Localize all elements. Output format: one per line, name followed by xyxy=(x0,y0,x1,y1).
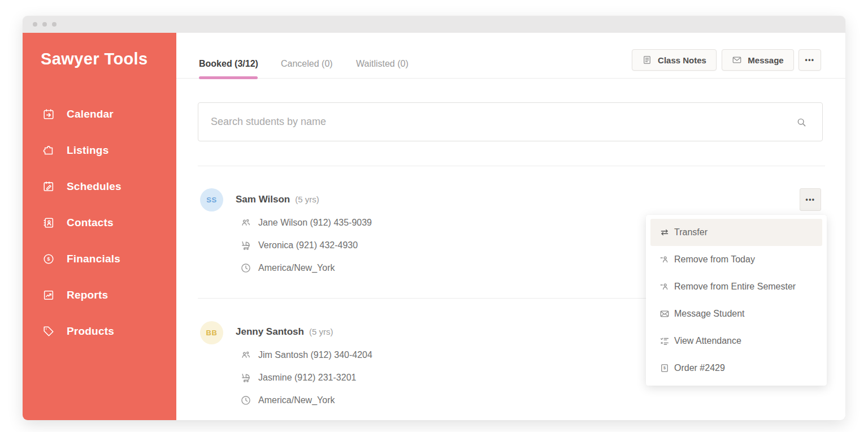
menu-item-message-student[interactable]: Message Student xyxy=(646,300,827,327)
row-context-menu: Transfer Remove from Today Remove from E… xyxy=(646,215,827,386)
sidebar-item-label: Calendar xyxy=(67,108,114,120)
edit-calendar-icon xyxy=(42,180,55,193)
stroller-icon xyxy=(240,240,251,251)
sidebar-item-contacts[interactable]: Contacts xyxy=(23,216,176,230)
guardians-icon xyxy=(240,217,251,228)
person-remove-icon xyxy=(659,254,670,265)
sidebar-item-label: Listings xyxy=(67,144,108,157)
app-window: Sawyer Tools Calendar Listings Schedules… xyxy=(23,16,845,420)
student-age: (5 yrs) xyxy=(309,327,333,336)
tab-waitlisted[interactable]: Waitlisted (0) xyxy=(356,59,409,69)
sidebar-item-financials[interactable]: $ Financials xyxy=(23,252,176,266)
sidebar-item-listings[interactable]: Listings xyxy=(23,144,176,157)
menu-item-remove-today[interactable]: Remove from Today xyxy=(646,246,827,273)
transfer-icon xyxy=(659,227,670,237)
menu-item-view-attendance[interactable]: View Attendance xyxy=(646,327,827,355)
envelope-icon xyxy=(659,309,670,319)
student-name-line: Sam Wilson (5 yrs) xyxy=(236,194,319,205)
student-name: Sam Wilson xyxy=(236,194,290,205)
menu-item-transfer[interactable]: Transfer xyxy=(650,219,822,246)
search-input[interactable] xyxy=(198,103,822,141)
timezone-line: America/New_York xyxy=(240,395,335,406)
sidebar-item-reports[interactable]: Reports xyxy=(23,288,176,302)
sidebar-item-label: Contacts xyxy=(67,217,114,229)
row-more-button[interactable]: ••• xyxy=(800,188,821,211)
dollar-circle-icon: $ xyxy=(42,253,55,265)
caregiver-line: Veronica (921) 432-4930 xyxy=(240,240,358,251)
menu-item-label: Remove from Entire Semester xyxy=(674,282,796,292)
sidebar-item-calendar[interactable]: Calendar xyxy=(23,107,176,121)
sidebar-nav: Calendar Listings Schedules Contacts $ F… xyxy=(23,107,176,361)
svg-text:$: $ xyxy=(47,256,50,262)
clock-icon xyxy=(240,395,251,406)
avatar: BB xyxy=(200,321,223,344)
window-dot[interactable] xyxy=(33,22,37,27)
caregiver-text: Veronica (921) 432-4930 xyxy=(258,240,358,250)
brand-logo: Sawyer Tools xyxy=(41,50,148,68)
guardian-line: Jane Wilson (912) 435-9039 xyxy=(240,217,372,228)
sidebar-item-products[interactable]: Products xyxy=(23,325,176,338)
search-box xyxy=(198,102,823,141)
sidebar-item-label: Financials xyxy=(67,253,120,265)
message-label: Message xyxy=(748,55,783,65)
avatar: SS xyxy=(200,188,223,211)
search-icon xyxy=(796,116,808,128)
window-dot[interactable] xyxy=(52,22,57,27)
menu-item-label: View Attendance xyxy=(674,336,741,346)
timezone-text: America/New_York xyxy=(258,263,335,273)
guardian-line: Jim Santosh (912) 340-4204 xyxy=(240,349,372,361)
guardian-text: Jane Wilson (912) 435-9039 xyxy=(258,218,372,228)
svg-text:$: $ xyxy=(663,366,666,370)
checklist-icon xyxy=(659,336,670,346)
student-name: Jenny Santosh xyxy=(236,326,304,338)
guardian-text: Jim Santosh (912) 340-4204 xyxy=(258,350,372,360)
menu-item-label: Transfer xyxy=(674,227,708,237)
header-more-button[interactable]: ••• xyxy=(798,49,821,71)
puzzle-icon xyxy=(42,144,55,157)
guardians-icon xyxy=(240,349,251,361)
window-controls[interactable] xyxy=(33,22,57,27)
envelope-icon xyxy=(732,55,742,65)
caregiver-line: Jasmine (912) 231-3201 xyxy=(240,372,356,383)
window-dot[interactable] xyxy=(42,22,47,27)
caregiver-text: Jasmine (912) 231-3201 xyxy=(258,373,356,383)
menu-item-order[interactable]: $ Order #2429 xyxy=(646,355,827,382)
sidebar-item-label: Reports xyxy=(67,289,108,301)
sidebar: Sawyer Tools Calendar Listings Schedules… xyxy=(23,33,176,420)
menu-item-remove-semester[interactable]: Remove from Entire Semester xyxy=(646,273,827,300)
person-remove-icon xyxy=(659,282,670,292)
window-titlebar xyxy=(23,16,845,33)
calendar-icon xyxy=(42,108,55,120)
timezone-text: America/New_York xyxy=(258,395,335,405)
student-name-line: Jenny Santosh (5 yrs) xyxy=(236,326,333,338)
tab-booked[interactable]: Booked (3/12) xyxy=(199,59,258,69)
tab-canceled[interactable]: Canceled (0) xyxy=(281,59,333,69)
tag-icon xyxy=(42,325,55,338)
receipt-icon: $ xyxy=(659,363,670,373)
sidebar-item-label: Products xyxy=(67,325,114,338)
class-notes-button[interactable]: Class Notes xyxy=(632,49,717,71)
student-age: (5 yrs) xyxy=(295,195,319,204)
menu-item-label: Remove from Today xyxy=(674,254,755,265)
notes-icon xyxy=(642,55,652,65)
menu-item-label: Message Student xyxy=(674,309,745,319)
contact-card-icon xyxy=(42,217,55,229)
sidebar-item-schedules[interactable]: Schedules xyxy=(23,180,176,193)
main-content: Booked (3/12) Canceled (0) Waitlisted (0… xyxy=(176,33,845,420)
message-button[interactable]: Message xyxy=(722,49,794,71)
timezone-line: America/New_York xyxy=(240,262,335,274)
chart-icon xyxy=(42,289,55,301)
page: Sawyer Tools Calendar Listings Schedules… xyxy=(0,0,868,432)
clock-icon xyxy=(240,262,251,274)
sidebar-item-label: Schedules xyxy=(67,180,121,193)
class-notes-label: Class Notes xyxy=(658,55,706,65)
menu-item-label: Order #2429 xyxy=(674,363,725,373)
stroller-icon xyxy=(240,372,251,383)
divider xyxy=(198,166,825,166)
